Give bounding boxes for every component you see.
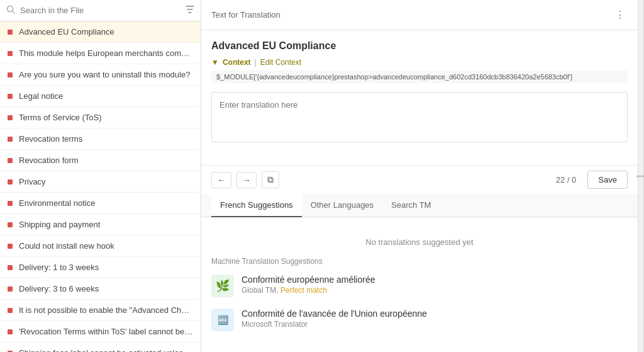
item-text: It is not possible to enable the "Advanc… (19, 305, 193, 315)
red-dot-icon (8, 94, 13, 99)
list-item[interactable]: It is not possible to enable the "Advanc… (0, 300, 201, 321)
red-dot-icon (8, 222, 13, 227)
right-header: Text for Translation ⋮ (201, 0, 638, 30)
list-item[interactable]: This module helps European merchants com… (0, 43, 201, 64)
next-button[interactable]: → (236, 172, 257, 188)
svg-line-1 (13, 11, 15, 14)
red-dot-icon (8, 265, 13, 270)
context-arrow-icon: ▼ (211, 58, 219, 67)
search-icon (6, 5, 15, 16)
list-item[interactable]: Could not install new hook (0, 236, 201, 257)
list-item[interactable]: Shipping fees label cannot be activated … (0, 343, 201, 352)
suggestion-item[interactable]: 🔤 Conformité de l'avancée de l'Union eur… (211, 309, 628, 331)
red-dot-icon (8, 51, 13, 56)
panel-title: Text for Translation (211, 10, 613, 20)
tab-french[interactable]: French Suggestions (211, 194, 302, 217)
edit-context-label[interactable]: Edit Context (260, 58, 301, 67)
item-text: Advanced EU Compliance (19, 27, 114, 37)
translation-textarea[interactable] (211, 92, 628, 142)
item-text: Legal notice (19, 91, 63, 101)
list-item[interactable]: Delivery: 3 to 6 weeks (0, 278, 201, 300)
machine-trans-header: Machine Translation Suggestions (211, 257, 628, 266)
context-divider: | (255, 58, 257, 67)
char-count: 22 / 0 (556, 175, 577, 185)
suggestion-text-block: Conformité européenne améliorée Global T… (242, 275, 628, 295)
list-item[interactable]: Privacy (0, 171, 201, 193)
red-dot-icon (8, 308, 13, 313)
list-item[interactable]: Are you sure you want to uninstall this … (0, 64, 201, 86)
item-text: Revocation terms (19, 134, 82, 144)
resize-handle[interactable]: ⟺ (638, 0, 644, 352)
red-dot-icon (8, 72, 13, 77)
suggestions-list: 🌿 Conformité européenne améliorée Global… (211, 275, 628, 331)
red-dot-icon (8, 137, 13, 142)
right-panel: Text for Translation ⋮ Advanced EU Compl… (201, 0, 638, 352)
red-dot-icon (8, 244, 13, 249)
translation-content: Advanced EU Compliance ▼ Context | Edit … (201, 30, 638, 165)
module-key: $_MODULE['{advancedeucompliance}prestash… (211, 71, 628, 83)
save-button[interactable]: Save (587, 171, 628, 189)
list-item[interactable]: Shipping and payment (0, 214, 201, 236)
toolbar-row: ← → ⧉ 22 / 0 Save (201, 165, 638, 194)
red-dot-icon (8, 287, 13, 292)
list-item[interactable]: Delivery: 1 to 3 weeks (0, 257, 201, 278)
item-text: Delivery: 1 to 3 weeks (19, 263, 99, 272)
red-dot-icon (8, 201, 13, 206)
left-panel: Advanced EU Compliance This module helps… (0, 0, 201, 352)
red-dot-icon (8, 115, 13, 120)
context-label[interactable]: Context (223, 58, 251, 67)
suggestion-logo: 🌿 (211, 275, 234, 297)
suggestion-sub-text: Global TM, Perfect match (242, 286, 628, 295)
list-item[interactable]: Advanced EU Compliance (0, 21, 201, 43)
search-bar (0, 0, 201, 21)
list-item[interactable]: Environmental notice (0, 193, 201, 214)
item-text: Could not install new hook (19, 241, 114, 251)
red-dot-icon (8, 329, 13, 334)
red-dot-icon (8, 158, 13, 163)
file-list: Advanced EU Compliance This module helps… (0, 21, 201, 352)
tab-search[interactable]: Search TM (382, 194, 440, 217)
red-dot-icon (8, 179, 13, 185)
list-item[interactable]: Legal notice (0, 86, 201, 107)
item-text: Terms of Service (ToS) (19, 113, 101, 122)
list-item[interactable]: 'Revocation Terms within ToS' label cann… (0, 321, 201, 343)
list-item[interactable]: Revocation form (0, 150, 201, 171)
tabs-row: French SuggestionsOther LanguagesSearch … (201, 194, 638, 217)
filter-icon[interactable] (186, 5, 194, 16)
suggestion-text-block: Conformité de l'avancée de l'Union europ… (242, 309, 628, 329)
copy-button[interactable]: ⧉ (262, 171, 279, 188)
tab-other[interactable]: Other Languages (302, 194, 382, 217)
suggestion-sub-text: Microsoft Translator (242, 320, 628, 329)
list-item[interactable]: Revocation terms (0, 128, 201, 150)
item-text: Shipping and payment (19, 220, 100, 229)
translation-title: Advanced EU Compliance (211, 40, 628, 52)
item-text: Are you sure you want to uninstall this … (19, 70, 190, 79)
no-suggestions-text: No translations suggested yet (211, 227, 628, 257)
item-text: Shipping fees label cannot be activated … (19, 348, 193, 352)
item-text: Privacy (19, 177, 46, 186)
more-options-button[interactable]: ⋮ (613, 8, 628, 22)
item-text: Revocation form (19, 156, 79, 165)
item-text: Delivery: 3 to 6 weeks (19, 284, 99, 293)
suggestion-main-text: Conformité européenne améliorée (242, 275, 628, 285)
prev-button[interactable]: ← (211, 172, 231, 188)
suggestion-item[interactable]: 🌿 Conformité européenne améliorée Global… (211, 275, 628, 297)
suggestions-area: No translations suggested yet Machine Tr… (201, 217, 638, 352)
context-row: ▼ Context | Edit Context (211, 58, 628, 67)
item-text: This module helps European merchants com… (19, 48, 193, 58)
header-icons: ⋮ (613, 8, 628, 22)
search-input[interactable] (20, 6, 186, 15)
item-text: 'Revocation Terms within ToS' label cann… (19, 327, 193, 336)
suggestion-main-text: Conformité de l'avancée de l'Union europ… (242, 309, 628, 319)
red-dot-icon (8, 30, 13, 35)
item-text: Environmental notice (19, 198, 95, 208)
suggestion-logo: 🔤 (211, 309, 234, 331)
list-item[interactable]: Terms of Service (ToS) (0, 107, 201, 128)
